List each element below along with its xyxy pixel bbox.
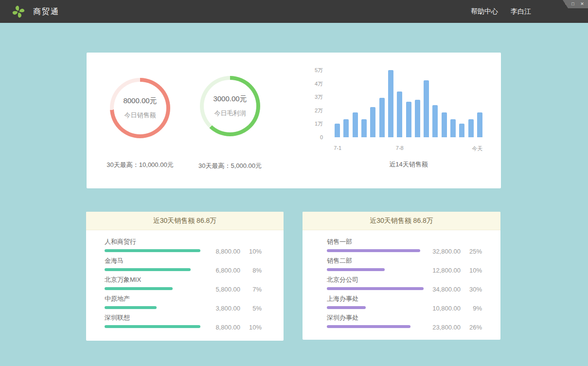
bar-chart-plot bbox=[335, 70, 482, 137]
rank-item-name: 人和商贸行 bbox=[105, 238, 262, 246]
sales-bar bbox=[353, 112, 358, 137]
rank-row: 北京万象MIX5,800.007% bbox=[105, 275, 262, 294]
rank-item-bar bbox=[105, 325, 200, 328]
rank-item-amount: 32,800.00 bbox=[424, 248, 461, 255]
rank-item-percent: 25% bbox=[461, 248, 482, 255]
today-sales-gauge-center: 8000.00元 今日销售额 bbox=[114, 82, 166, 134]
rank-row: 深圳联想8,800.0010% bbox=[105, 313, 262, 332]
today-sales-label: 今日销售额 bbox=[125, 111, 156, 120]
rank-item-values: 34,800.0030% bbox=[424, 286, 482, 293]
rank-item-name: 中原地产 bbox=[105, 294, 262, 303]
y-axis-tick: 0 bbox=[301, 134, 323, 140]
rank-item-amount: 10,800.00 bbox=[424, 305, 461, 312]
rank-item-amount: 3,800.00 bbox=[203, 305, 240, 312]
summary-card: 8000.00元 今日销售额 30天最高：10,000.00元 3000.00元… bbox=[87, 53, 501, 188]
app-title: 商贸通 bbox=[33, 7, 59, 17]
rank-item-percent: 8% bbox=[240, 267, 262, 274]
customer-rank-list: 人和商贸行8,800.0010%金海马6,800.008%北京万象MIX5,80… bbox=[86, 230, 284, 332]
rank-item-name: 深圳联想 bbox=[105, 313, 262, 322]
rank-item-values: 5,800.007% bbox=[203, 286, 262, 293]
sales-bar bbox=[450, 119, 456, 137]
rank-row: 销售二部12,800.0010% bbox=[327, 256, 482, 275]
close-icon[interactable]: ✕ bbox=[580, 2, 585, 6]
rank-item-values: 3,800.005% bbox=[203, 305, 262, 312]
customer-rank-card: 近30天销售额 86.8万 人和商贸行8,800.0010%金海马6,800.0… bbox=[86, 212, 284, 341]
rank-row: 中原地产3,800.005% bbox=[105, 294, 262, 313]
rank-item-values: 12,800.0010% bbox=[424, 267, 482, 274]
sales-bar bbox=[361, 119, 367, 137]
sales-bar bbox=[432, 105, 438, 137]
rank-item-values: 6,800.008% bbox=[203, 267, 262, 274]
x-axis-tick: 今天 bbox=[472, 145, 482, 152]
rank-item-percent: 10% bbox=[240, 248, 262, 255]
brand: 商贸通 bbox=[11, 4, 59, 19]
rank-item-percent: 9% bbox=[461, 305, 482, 312]
x-axis-tick: 7-8 bbox=[396, 145, 404, 151]
sales-bar bbox=[477, 112, 482, 137]
user-menu[interactable]: 李白江 bbox=[511, 7, 531, 16]
today-sales-gauge: 8000.00元 今日销售额 bbox=[110, 78, 170, 138]
rank-item-name: 销售一部 bbox=[327, 238, 482, 246]
today-profit-gauge: 3000.00元 今日毛利润 bbox=[200, 76, 260, 136]
rank-item-name: 上海办事处 bbox=[327, 294, 482, 303]
today-profit-value: 3000.00元 bbox=[213, 94, 247, 104]
sales-bar bbox=[459, 124, 464, 137]
sales-bar bbox=[468, 119, 474, 137]
rank-item-name: 金海马 bbox=[105, 256, 262, 265]
rank-item-bar bbox=[105, 287, 173, 290]
today-profit-gauge-center: 3000.00元 今日毛利润 bbox=[204, 80, 256, 132]
y-axis-tick: 5万 bbox=[301, 67, 323, 74]
sales-bar bbox=[397, 92, 402, 137]
sales-bar bbox=[388, 70, 393, 137]
rank-item-amount: 6,800.00 bbox=[203, 267, 240, 274]
maximize-icon[interactable]: □ bbox=[570, 2, 575, 6]
sales-bar bbox=[370, 107, 375, 137]
y-axis-tick: 1万 bbox=[301, 120, 323, 128]
today-profit-label: 今日毛利润 bbox=[214, 109, 246, 118]
sales-bar bbox=[415, 100, 420, 137]
department-rank-card: 近30天销售额 86.8万 销售一部32,800.0025%销售二部12,800… bbox=[303, 212, 500, 340]
rank-item-percent: 30% bbox=[461, 286, 482, 293]
rank-row: 北京分公司34,800.0030% bbox=[327, 275, 482, 294]
rank-item-amount: 5,800.00 bbox=[203, 286, 240, 293]
y-axis-tick: 3万 bbox=[301, 93, 323, 101]
customer-rank-title: 近30天销售额 86.8万 bbox=[86, 212, 284, 230]
rank-item-amount: 12,800.00 bbox=[424, 267, 461, 274]
header-nav: 帮助中心 李白江 bbox=[471, 0, 531, 23]
rank-item-percent: 10% bbox=[461, 267, 482, 274]
rank-item-amount: 23,800.00 bbox=[424, 324, 461, 331]
rank-item-bar bbox=[327, 325, 410, 328]
today-sales-value: 8000.00元 bbox=[123, 96, 157, 106]
window-controls: — □ ✕ bbox=[559, 0, 588, 8]
sales-bar bbox=[442, 112, 447, 137]
rank-row: 销售一部32,800.0025% bbox=[327, 238, 482, 256]
rank-item-bar bbox=[105, 268, 191, 271]
profit-30day-max: 30天最高：5,000.00元 bbox=[177, 162, 284, 170]
minimize-icon[interactable]: — bbox=[561, 2, 566, 6]
rank-item-percent: 5% bbox=[240, 305, 262, 312]
rank-item-values: 10,800.009% bbox=[424, 305, 482, 312]
rank-item-name: 深圳办事处 bbox=[327, 313, 482, 322]
help-center-link[interactable]: 帮助中心 bbox=[471, 7, 498, 16]
sales-bar bbox=[406, 102, 411, 137]
rank-item-values: 8,800.0010% bbox=[203, 248, 262, 255]
rank-item-name: 北京万象MIX bbox=[105, 275, 262, 284]
rank-item-percent: 26% bbox=[461, 324, 482, 331]
rank-row: 上海办事处10,800.009% bbox=[327, 294, 482, 313]
department-rank-list: 销售一部32,800.0025%销售二部12,800.0010%北京分公司34,… bbox=[303, 230, 500, 332]
rank-item-amount: 8,800.00 bbox=[203, 324, 240, 331]
rank-item-percent: 7% bbox=[240, 286, 262, 293]
rank-item-amount: 8,800.00 bbox=[203, 248, 240, 255]
titlebar: 商贸通 帮助中心 李白江 — □ ✕ bbox=[0, 0, 588, 23]
bar-chart-x-axis: 7-17-8今天 bbox=[335, 145, 482, 153]
y-axis-tick: 4万 bbox=[301, 80, 323, 87]
rank-item-bar bbox=[105, 306, 157, 309]
rank-item-values: 32,800.0025% bbox=[424, 248, 482, 255]
sales-bar bbox=[379, 98, 385, 137]
pinwheel-logo-icon bbox=[11, 4, 26, 19]
rank-item-bar bbox=[327, 306, 366, 309]
rank-item-amount: 34,800.00 bbox=[424, 286, 461, 293]
rank-item-name: 北京分公司 bbox=[327, 275, 482, 284]
sales-bar bbox=[343, 119, 349, 137]
rank-row: 金海马6,800.008% bbox=[105, 256, 262, 275]
